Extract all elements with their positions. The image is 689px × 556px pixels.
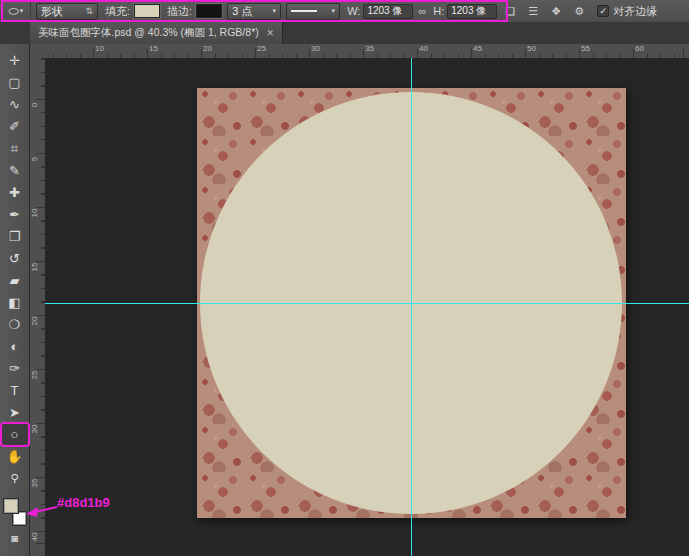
pen-tool-icon: ✑ <box>9 362 20 375</box>
hand-tool[interactable]: ✋ <box>2 446 28 467</box>
blur-tool-icon: ❍ <box>9 318 21 331</box>
align-edges-checkbox[interactable]: ✓ <box>597 5 609 17</box>
quick-mask-icon: ◙ <box>11 532 18 544</box>
stroke-color-swatch[interactable] <box>196 4 222 18</box>
ruler-label: 20 <box>30 315 39 327</box>
crop-tool[interactable]: ⌗ <box>2 138 28 159</box>
fill-label: 填充: <box>105 4 130 19</box>
close-icon[interactable]: × <box>267 26 274 40</box>
ruler-label: 25 <box>257 44 266 53</box>
foreground-color-swatch[interactable] <box>3 498 19 514</box>
clone-stamp-tool-icon: ❐ <box>9 230 21 243</box>
history-brush-tool[interactable]: ↺ <box>2 248 28 269</box>
zoom-tool-icon: ⚲ <box>10 473 18 484</box>
ruler-label: 40 <box>30 531 39 543</box>
eraser-tool[interactable]: ▰ <box>2 270 28 291</box>
move-tool[interactable]: ✛ <box>2 50 28 71</box>
ruler-label: 50 <box>527 44 536 53</box>
tab-bar: 美味面包圈字体.psd @ 40.3% (椭圆 1, RGB/8*) × <box>0 22 689 45</box>
align-edges-label: 对齐边缘 <box>613 4 657 19</box>
ruler-label: 15 <box>149 44 158 53</box>
tool-mode-value: 形状 <box>41 4 63 19</box>
history-brush-tool-icon: ↺ <box>9 252 20 265</box>
eyedropper-tool-icon: ✎ <box>9 164 20 177</box>
ruler-label: 60 <box>635 44 644 53</box>
quick-mask-button[interactable]: ◙ <box>11 532 18 544</box>
ruler-label: 5 <box>30 153 39 165</box>
width-label: W: <box>347 5 360 17</box>
brush-tool[interactable]: ✒ <box>2 204 28 225</box>
gradient-tool[interactable]: ◧ <box>2 292 28 313</box>
gear-icon[interactable]: ⚙ <box>569 3 589 20</box>
move-tool-icon: ✛ <box>9 54 20 67</box>
chevron-down-icon: ▾ <box>20 7 24 15</box>
horizontal-guide[interactable] <box>45 303 689 304</box>
dodge-tool[interactable]: ◐ <box>2 336 28 357</box>
gradient-tool-icon: ◧ <box>8 296 20 309</box>
rectangular-marquee-tool[interactable]: ▢ <box>2 72 28 93</box>
height-label: H: <box>433 5 444 17</box>
dodge-tool-icon: ◐ <box>11 340 19 353</box>
ruler-label: 40 <box>419 44 428 53</box>
ruler-label: 10 <box>95 44 104 53</box>
fill-color-swatch[interactable] <box>134 4 160 18</box>
ruler-label: 55 <box>581 44 590 53</box>
type-tool[interactable]: T <box>2 380 28 401</box>
ruler-label: 35 <box>30 477 39 489</box>
stroke-width-select[interactable]: 3 点 ▾ <box>227 3 281 20</box>
ruler-label: 30 <box>30 423 39 435</box>
top-ruler[interactable]: 10 15 20 25 30 35 40 45 50 55 60 <box>45 44 689 59</box>
link-dimensions-icon[interactable]: ∞ <box>418 5 426 17</box>
path-arrange-icon[interactable]: ❖ <box>546 3 566 20</box>
quick-selection-tool-icon: ✐ <box>9 120 20 133</box>
tool-preset-button[interactable]: ⬭ ▾ <box>2 2 31 20</box>
tool-mode-select[interactable]: 形状 ⇅ <box>36 3 98 20</box>
shape-height-input[interactable] <box>447 4 497 19</box>
eraser-tool-icon: ▰ <box>10 274 20 287</box>
lasso-tool-icon: ∿ <box>9 98 20 111</box>
eyedropper-tool[interactable]: ✎ <box>2 160 28 181</box>
path-selection-tool-icon: ➤ <box>9 406 20 419</box>
path-operations-icon[interactable]: ❏ <box>500 3 520 20</box>
chevron-down-icon: ▾ <box>332 7 336 15</box>
solid-line-icon <box>291 10 317 12</box>
ruler-label: 0 <box>30 99 39 111</box>
path-selection-tool[interactable]: ➤ <box>2 402 28 423</box>
color-wells <box>2 498 28 526</box>
stroke-style-select[interactable]: ▾ <box>286 3 340 20</box>
type-tool-icon: T <box>11 384 19 397</box>
canvas-area[interactable] <box>45 58 689 556</box>
updown-arrows-icon: ⇅ <box>85 6 93 16</box>
lasso-tool[interactable]: ∿ <box>2 94 28 115</box>
ruler-label: 35 <box>365 44 374 53</box>
quick-selection-tool[interactable]: ✐ <box>2 116 28 137</box>
tools-panel: ✛ ▢ ∿ ✐ ⌗ ✎ ✚ ✒ ❐ ↺ ▰ ◧ ❍ ◐ ✑ T ➤ ○ ✋ ⚲ … <box>0 44 30 556</box>
hand-tool-icon: ✋ <box>6 450 22 463</box>
ruler-label: 45 <box>473 44 482 53</box>
clone-stamp-tool[interactable]: ❐ <box>2 226 28 247</box>
blur-tool[interactable]: ❍ <box>2 314 28 335</box>
chevron-down-icon: ▾ <box>273 7 277 15</box>
brush-tool-icon: ✒ <box>9 208 20 221</box>
path-alignment-icon[interactable]: ☰ <box>523 3 543 20</box>
ruler-label: 10 <box>30 207 39 219</box>
stroke-label: 描边: <box>167 4 192 19</box>
document-tab[interactable]: 美味面包圈字体.psd @ 40.3% (椭圆 1, RGB/8*) × <box>30 22 283 44</box>
left-ruler[interactable]: 0 5 10 15 20 25 30 35 40 <box>30 58 46 556</box>
pen-tool[interactable]: ✑ <box>2 358 28 379</box>
document-tab-title: 美味面包圈字体.psd @ 40.3% (椭圆 1, RGB/8*) <box>38 26 259 40</box>
ruler-label: 30 <box>311 44 320 53</box>
ruler-label: 25 <box>30 369 39 381</box>
zoom-tool[interactable]: ⚲ <box>2 468 28 489</box>
healing-brush-tool[interactable]: ✚ <box>2 182 28 203</box>
options-bar: ⬭ ▾ 形状 ⇅ 填充: 描边: 3 点 ▾ ▾ W: ∞ H: ❏ ☰ ❖ ⚙… <box>0 0 689 23</box>
ellipse-tool-icon: ○ <box>11 428 19 441</box>
vertical-guide[interactable] <box>411 58 412 556</box>
ruler-label: 15 <box>30 261 39 273</box>
healing-brush-tool-icon: ✚ <box>9 186 20 199</box>
ellipse-tool-icon: ⬭ <box>9 4 19 18</box>
shape-width-input[interactable] <box>363 4 413 19</box>
ellipse-tool[interactable]: ○ <box>2 424 28 445</box>
marquee-tool-icon: ▢ <box>8 76 20 89</box>
stroke-width-value: 3 点 <box>232 4 252 19</box>
